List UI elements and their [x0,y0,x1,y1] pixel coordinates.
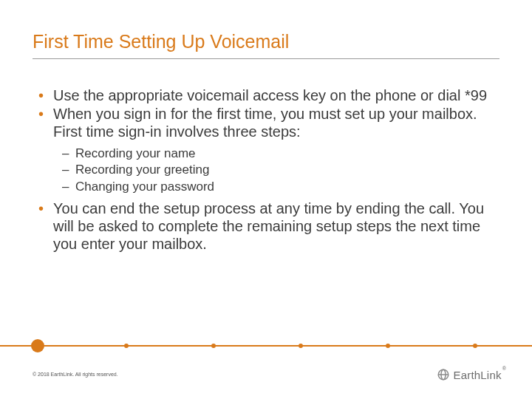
list-item: You can end the setup process at any tim… [33,200,499,253]
brand-logo: EarthLink® [437,368,505,381]
title-divider [33,58,499,59]
timeline-marker-icon [31,339,44,352]
list-item: When you sign in for the first time, you… [33,106,499,196]
trademark-symbol: ® [502,366,506,371]
timeline-dot-icon [299,344,303,348]
timeline-dot-icon [473,344,477,348]
slide-title: First Time Setting Up Voicemail [33,31,499,52]
bullet-text: Changing your password [75,180,214,194]
timeline-dot-icon [211,344,216,348]
bullet-text: Use the appropriate voicemail access key… [53,87,487,103]
brand-name: EarthLink® [453,369,505,381]
bullet-text: When you sign in for the first time, you… [53,106,477,140]
bullet-text: Recording your name [75,146,196,160]
list-item: Recording your name [53,146,499,163]
list-item: Recording your greeting [53,162,499,179]
globe-icon [437,368,450,381]
bullet-text: You can end the setup process at any tim… [53,200,484,251]
slide: First Time Setting Up Voicemail Use the … [0,0,532,399]
timeline-dot-icon [386,344,390,348]
bullet-text: Recording your greeting [75,163,209,177]
brand-text: EarthLink [453,369,501,381]
decorative-timeline [0,338,532,353]
timeline-dot-icon [124,344,129,348]
slide-body: Use the appropriate voicemail access key… [33,87,499,253]
list-item: Use the appropriate voicemail access key… [33,87,499,105]
bullet-list: Use the appropriate voicemail access key… [33,87,499,253]
sub-bullet-list: Recording your name Recording your greet… [53,146,499,197]
list-item: Changing your password [53,179,499,196]
copyright-text: © 2018 EarthLink. All rights reserved. [33,372,118,377]
timeline-line [0,345,532,347]
